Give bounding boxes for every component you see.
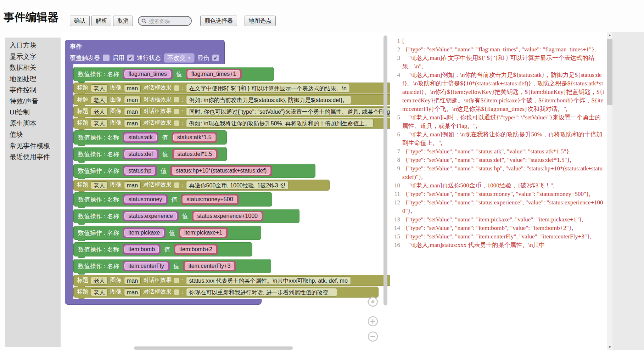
block-row[interactable]: 数值操作 : 名称status:money值status:money+500 [73, 192, 272, 207]
dialog-effect-checkbox[interactable] [174, 109, 179, 114]
value-field[interactable]: status:atk*1.5 [173, 134, 215, 141]
dialog-effect-checkbox[interactable] [174, 97, 179, 102]
value-field[interactable]: item:bomb+2 [175, 245, 216, 253]
search-box[interactable] [138, 16, 192, 26]
name-field[interactable]: status:def [124, 150, 157, 158]
sidebar-item[interactable]: 数据相关 [10, 62, 61, 73]
enabled-checkbox[interactable]: ✓ [127, 55, 134, 61]
parse-button[interactable]: 解析 [91, 16, 111, 26]
scroll-up-button[interactable]: ▲ [607, 32, 612, 38]
image-field[interactable]: man [124, 181, 141, 189]
image-field[interactable]: man [124, 84, 141, 92]
sidebar-item[interactable]: 特效/声音 [10, 96, 61, 107]
block-row[interactable]: 标题老人图像man对话框效果:status:xxx 代表勇士的某个属性。\n其中… [73, 275, 390, 286]
setvalue-label: 数值操作 : 名称 [78, 212, 119, 220]
event-block-header[interactable]: 事件 覆盖触发器 启用 ✓ 通行状态 不改变 ▼ 显伤 ✓ [65, 40, 225, 64]
name-field[interactable]: status:money [124, 196, 166, 203]
dialog-text-field[interactable]: 同时, 你也可以通过{"type": "setValue"}来设置一个勇士的属性… [186, 107, 390, 116]
dialog-effect-checkbox[interactable] [174, 85, 179, 91]
display-damage-checkbox[interactable]: ✓ [212, 55, 219, 61]
code-scrollbar-thumb[interactable] [607, 39, 612, 105]
pass-state-dropdown[interactable]: 不改变 ▼ [164, 53, 195, 63]
image-field[interactable]: man [124, 277, 141, 284]
title-field[interactable]: 老人 [91, 84, 108, 92]
block-row[interactable]: 标题老人图像man对话框效果:同时, 你也可以通过{"type": "setVa… [73, 106, 390, 117]
block-row[interactable]: 标题老人图像man对话框效果:在文字中使用${' ${ '}和 } 可以计算并显… [73, 83, 390, 94]
value-field[interactable]: status:hp+10*(status:atk+status:def) [172, 167, 270, 175]
name-field[interactable]: status:hp [124, 167, 155, 175]
value-field[interactable]: item:pickaxe+1 [180, 229, 226, 237]
dialog-text-field[interactable]: status:xxx 代表勇士的某个属性。\n其中xxx可取hp, atk, d… [186, 276, 351, 285]
value-field[interactable]: status:def*1.5 [174, 150, 216, 158]
title-field[interactable]: 老人 [91, 108, 108, 115]
color-picker-button[interactable]: 颜色选择器 [200, 16, 237, 26]
cancel-button[interactable]: 取消 [113, 16, 133, 26]
dialog-effect-checkbox[interactable] [174, 120, 179, 126]
name-field[interactable]: flag:man_times [124, 70, 171, 78]
colon-label: : [182, 97, 183, 103]
dialog-effect-checkbox[interactable] [174, 182, 179, 188]
code-editor[interactable]: 1[2 {"type": "setValue", "name": "flag:m… [390, 32, 612, 350]
title-field[interactable]: 老人 [91, 96, 108, 104]
value-field[interactable]: status:experience+1000 [194, 212, 262, 220]
scroll-down-button[interactable]: ▼ [607, 344, 612, 350]
value-field[interactable]: item:centerFly+3 [185, 262, 235, 270]
sidebar-item[interactable]: 最近使用事件 [10, 151, 61, 163]
zoom-out-icon[interactable] [367, 331, 379, 343]
block-row[interactable]: 数值操作 : 名称status:experience值status:experi… [73, 209, 299, 223]
dialog-text-field[interactable]: 再送你500金币, 1000经验, 1破2炸3飞! [186, 181, 289, 190]
sidebar-item[interactable]: 入口方块 [10, 40, 61, 51]
name-field[interactable]: status:atk [124, 134, 156, 141]
block-row[interactable]: 标题老人图像man对话框效果:再送你500金币, 1000经验, 1破2炸3飞! [73, 180, 330, 191]
sidebar-item[interactable]: 常见事件模板 [10, 140, 61, 152]
name-field[interactable]: status:experience [124, 212, 177, 220]
block-row[interactable]: 数值操作 : 名称flag:man_times值flag:man_times+1 [73, 67, 274, 81]
zoom-in-icon[interactable] [367, 315, 379, 327]
block-row[interactable]: 数值操作 : 名称status:def值status:def*1.5 [73, 147, 227, 161]
sidebar-item[interactable]: UI绘制 [10, 107, 61, 118]
sidebar-item[interactable]: 值块 [10, 129, 61, 140]
block-row[interactable]: 数值操作 : 名称item:pickaxe值item:pickaxe+1 [73, 226, 261, 240]
dialog-effect-checkbox[interactable] [174, 289, 179, 295]
image-label: 图像 [110, 288, 122, 296]
dialog-text-field[interactable]: 例如: \n现在我将让你的攻防提升50%, 再将攻防和的十倍加到生命值上。 [186, 119, 374, 128]
name-field[interactable]: item:bomb [124, 245, 159, 253]
name-slot: status:hp [123, 165, 157, 176]
zoom-reset-target-icon[interactable] [367, 296, 379, 308]
block-row[interactable]: 数值操作 : 名称status:hp值status:hp+10*(status:… [73, 164, 315, 178]
name-field[interactable]: item:centerFly [124, 262, 168, 270]
dialog-effect-checkbox[interactable] [174, 278, 179, 283]
title-field[interactable]: 老人 [91, 181, 108, 189]
workspace-horizontal-scrollbar[interactable] [134, 346, 293, 350]
sidebar-item[interactable]: 原生脚本 [10, 118, 61, 129]
title-field[interactable]: 老人 [91, 288, 108, 296]
dialog-text-field[interactable]: 例如: \n你的当前攻击力是${status:atk}, 防御力是${statu… [186, 96, 351, 104]
override-trigger-checkbox[interactable] [103, 55, 110, 61]
block-row[interactable]: 数值操作 : 名称item:centerFly值item:centerFly+3 [73, 259, 271, 273]
image-field[interactable]: man [124, 96, 141, 104]
title-field[interactable]: 老人 [91, 277, 108, 284]
title-field[interactable]: 老人 [91, 119, 108, 127]
dialog-text-field[interactable]: 在文字中使用${' ${ '}和 } 可以计算并显示一个表达式的结果。\n [186, 84, 350, 92]
block-row[interactable]: 标题老人图像man对话框效果:你现在可以重新和我进行对话, 进一步看到属性值的改… [73, 287, 379, 298]
image-field[interactable]: man [124, 108, 141, 115]
setvalue-label: 数值操作 : 名称 [78, 70, 119, 78]
sidebar-item[interactable]: 显示文字 [10, 51, 61, 62]
block-row[interactable]: 标题老人图像man对话框效果:例如: \n你的当前攻击力是${status:at… [73, 94, 390, 105]
map-pick-button[interactable]: 地图选点 [245, 16, 276, 26]
name-field[interactable]: item:pickaxe [124, 229, 164, 237]
value-field[interactable]: flag:man_times+1 [187, 70, 240, 78]
image-field[interactable]: man [124, 288, 141, 296]
workspace-vertical-scrollbar[interactable] [383, 35, 387, 305]
image-field[interactable]: man [124, 119, 141, 127]
search-input[interactable] [148, 18, 187, 24]
sidebar-item[interactable]: 地图处理 [10, 73, 61, 85]
dialog-text-field[interactable]: 你现在可以重新和我进行对话, 进一步看到属性值的改变。 [186, 288, 337, 297]
block-row[interactable]: 数值操作 : 名称item:bomb值item:bomb+2 [73, 242, 252, 256]
block-row[interactable]: 标题老人图像man对话框效果:例如: \n现在我将让你的攻防提升50%, 再将攻… [73, 118, 390, 129]
confirm-button[interactable]: 确认 [70, 16, 90, 26]
block-row[interactable]: 数值操作 : 名称status:atk值status:atk*1.5 [73, 130, 227, 145]
sidebar-item[interactable]: 事件控制 [10, 84, 61, 96]
value-field[interactable]: status:money+500 [183, 196, 237, 203]
blockly-workspace[interactable]: 事件 覆盖触发器 启用 ✓ 通行状态 不改变 ▼ 显伤 ✓ 数值操作 : 名称f… [61, 32, 390, 350]
